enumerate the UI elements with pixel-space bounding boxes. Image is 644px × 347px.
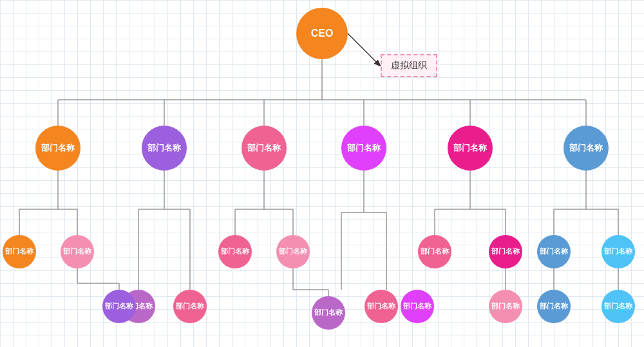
l1-node-3[interactable]: 部门名称 <box>341 126 386 171</box>
virtual-org-box[interactable]: 虚拟组织 <box>381 54 437 77</box>
l1-node-5[interactable]: 部门名称 <box>564 126 609 171</box>
l1-node-2[interactable]: 部门名称 <box>242 126 287 171</box>
l3-node-5-0-0[interactable]: 部门名称 <box>537 290 571 323</box>
l1-node-0[interactable]: 部门名称 <box>35 126 80 171</box>
l2-node-1-1[interactable]: 部门名称 <box>173 290 207 323</box>
l2-node-4-1[interactable]: 部门名称 <box>489 235 522 268</box>
l2-node-0-0[interactable]: 部门名称 <box>3 235 36 268</box>
svg-line-1 <box>348 33 380 66</box>
l2-node-2-0[interactable]: 部门名称 <box>218 235 252 268</box>
l3-node-4-1-0[interactable]: 部门名称 <box>489 290 522 323</box>
ceo-node[interactable]: CEO <box>296 8 348 59</box>
l2-node-2-1[interactable]: 部门名称 <box>276 235 310 268</box>
l2-node-5-0[interactable]: 部门名称 <box>537 235 571 268</box>
l1-node-4[interactable]: 部门名称 <box>448 126 493 171</box>
org-chart-canvas: CEO 虚拟组织 部门名称 部门名称 部门名称 部门名称 部门名称 部门名称 部… <box>0 0 644 347</box>
l1-node-1[interactable]: 部门名称 <box>142 126 187 171</box>
l3-node-0-1-0[interactable]: 部门名称 <box>102 290 136 323</box>
l2-node-4-0[interactable]: 部门名称 <box>418 235 451 268</box>
l3-node-2-1-0[interactable]: 部门名称 <box>312 296 345 330</box>
l2-node-3-2[interactable]: 部门名称 <box>401 290 434 323</box>
l3-node-5-1-0[interactable]: 部门名称 <box>601 290 635 323</box>
l2-node-5-1[interactable]: 部门名称 <box>601 235 635 268</box>
l2-node-3-1[interactable]: 部门名称 <box>365 290 398 323</box>
l2-node-0-1[interactable]: 部门名称 <box>61 235 94 268</box>
